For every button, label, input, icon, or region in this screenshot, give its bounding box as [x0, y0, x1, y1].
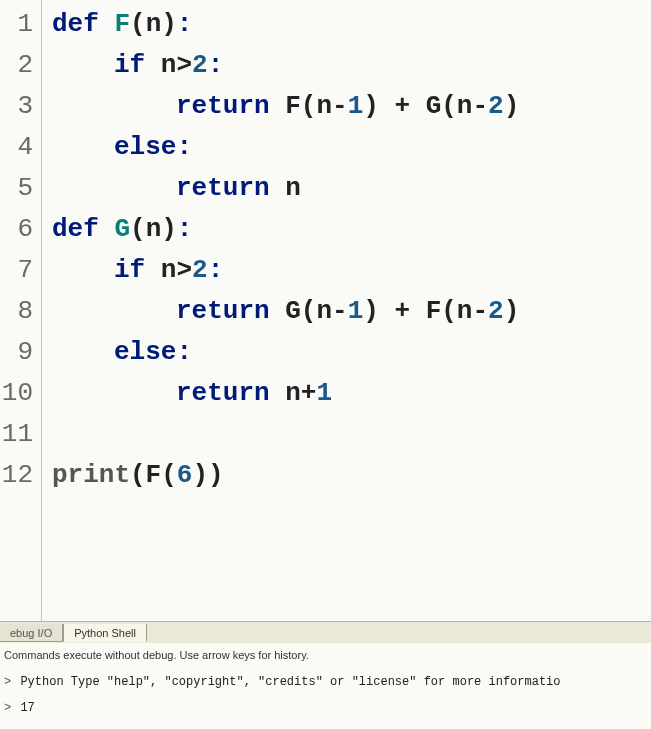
tab-python-shell[interactable]: Python Shell — [63, 624, 147, 642]
line-number: 9 — [0, 332, 41, 373]
code-line[interactable]: if n>2: — [52, 45, 651, 86]
shell-output: > 17 — [4, 701, 647, 715]
code-line[interactable]: def F(n): — [52, 4, 651, 45]
python-shell[interactable]: Commands execute without debug. Use arro… — [0, 643, 651, 729]
shell-banner: > Python Type "help", "copyright", "cred… — [4, 675, 647, 689]
shell-hint: Commands execute without debug. Use arro… — [4, 649, 647, 661]
code-line[interactable]: def G(n): — [52, 209, 651, 250]
code-line[interactable]: return F(n-1) + G(n-2) — [52, 86, 651, 127]
code-line[interactable]: else: — [52, 127, 651, 168]
code-line[interactable]: print(F(6)) — [52, 455, 651, 496]
line-number: 1 — [0, 4, 41, 45]
code-line[interactable]: return G(n-1) + F(n-2) — [52, 291, 651, 332]
code-editor[interactable]: 123456789101112 def F(n):if n>2:return F… — [0, 0, 651, 621]
code-area[interactable]: def F(n):if n>2:return F(n-1) + G(n-2)el… — [42, 0, 651, 621]
line-number: 6 — [0, 209, 41, 250]
code-line[interactable] — [52, 414, 651, 455]
line-number: 10 — [0, 373, 41, 414]
line-number: 7 — [0, 250, 41, 291]
line-number: 4 — [0, 127, 41, 168]
line-number: 2 — [0, 45, 41, 86]
code-line[interactable]: return n+1 — [52, 373, 651, 414]
line-number: 8 — [0, 291, 41, 332]
line-gutter: 123456789101112 — [0, 0, 42, 621]
line-number: 12 — [0, 455, 41, 496]
line-number: 11 — [0, 414, 41, 455]
bottom-tabs: ebug I/O Python Shell — [0, 621, 651, 643]
code-line[interactable]: return n — [52, 168, 651, 209]
code-line[interactable]: else: — [52, 332, 651, 373]
line-number: 3 — [0, 86, 41, 127]
tab-debug-io[interactable]: ebug I/O — [0, 624, 63, 642]
line-number: 5 — [0, 168, 41, 209]
code-line[interactable]: if n>2: — [52, 250, 651, 291]
